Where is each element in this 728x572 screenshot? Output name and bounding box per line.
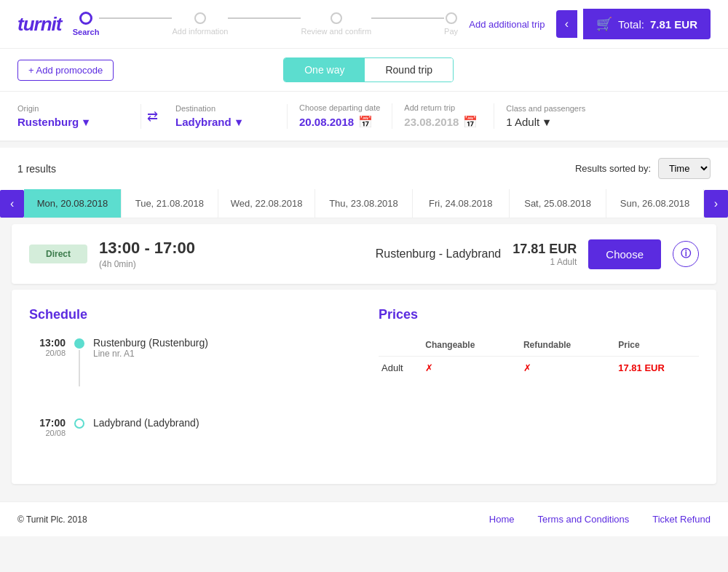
- swap-button[interactable]: ⇄: [141, 108, 164, 124]
- departing-calendar-icon[interactable]: 📅: [358, 115, 373, 129]
- toolbar: + Add promocode One way Round trip: [0, 49, 728, 92]
- step-line-1: [99, 17, 172, 19]
- step-circle-pay: [446, 12, 457, 24]
- add-trip-link[interactable]: Add additional trip: [469, 19, 545, 30]
- price-row-price: 17.81 EUR: [615, 357, 699, 380]
- class-label: Class and passengers: [506, 104, 599, 113]
- date-tab-1[interactable]: Tue, 21.08.2018: [122, 189, 218, 218]
- date-tab-3[interactable]: Thu, 23.08.2018: [315, 189, 412, 218]
- origin-value-wrapper: Rustenburg ▾: [17, 116, 129, 129]
- results-count: 1 results: [17, 163, 56, 175]
- round-trip-button[interactable]: Round trip: [365, 58, 453, 82]
- date-tab-0[interactable]: Mon, 20.08.2018: [24, 189, 121, 218]
- price-row-refundable: ✗: [521, 357, 615, 380]
- sched-date-1: 20/08: [45, 429, 66, 437]
- one-way-button[interactable]: One way: [284, 58, 365, 82]
- schedule-info-0: Rustenburg (Rustenburg) Line nr. A1: [93, 337, 208, 359]
- price-row-changeable: ✗: [422, 357, 521, 380]
- result-card: Direct 13:00 - 17:00 (4h 0min) Rustenbur…: [12, 224, 716, 284]
- choose-button[interactable]: Choose: [588, 239, 661, 269]
- return-date-field: Add return trip 23.08.2018 📅: [392, 103, 494, 129]
- schedule-time-0: 13:00 20/08: [29, 337, 66, 357]
- departing-label: Choose departing date: [299, 103, 380, 112]
- sched-time-1: 17:00: [39, 417, 66, 429]
- prices-title: Prices: [379, 307, 699, 322]
- price-row-type: Adult: [379, 357, 422, 380]
- cart-back-button[interactable]: ‹: [556, 10, 577, 38]
- results-header: 1 results Results sorted by: Time Price: [0, 148, 728, 189]
- detail-section: Schedule 13:00 20/08 Rustenburg (Rustenb…: [12, 290, 716, 484]
- destination-value: Ladybrand: [175, 116, 232, 128]
- sched-time-0: 13:00: [39, 337, 66, 349]
- footer-links: Home Terms and Conditions Ticket Refund: [489, 514, 711, 525]
- prices-row-0: Adult ✗ ✗ 17.81 EUR: [379, 357, 699, 380]
- logo: turnit: [17, 13, 61, 36]
- duration: (4h 0min): [99, 259, 347, 269]
- step-label-pay: Pay: [444, 27, 458, 36]
- sort-select[interactable]: Time Price: [658, 158, 711, 179]
- sort-label: Results sorted by:: [575, 163, 651, 174]
- destination-label: Destination: [175, 104, 275, 113]
- departing-value-wrapper: 20.08.2018 📅: [299, 115, 380, 129]
- return-value-wrapper: 23.08.2018 📅: [404, 115, 482, 129]
- step-search: Search: [73, 12, 100, 36]
- prices-section: Prices Changeable Refundable Price Adult: [379, 307, 699, 466]
- schedule-time-1: 17:00 20/08: [29, 417, 66, 437]
- origin-label: Origin: [17, 104, 129, 113]
- passengers-field: Class and passengers 1 Adult ▾: [494, 104, 611, 129]
- footer: © Turnit Plc. 2018 Home Terms and Condit…: [0, 501, 728, 536]
- prices-col-changeable: Changeable: [422, 337, 521, 357]
- destination-dropdown-icon[interactable]: ▾: [236, 116, 242, 129]
- footer-copyright: © Turnit Plc. 2018: [17, 515, 87, 525]
- origin-value: Rustenburg: [17, 116, 79, 128]
- return-label: Add return trip: [404, 103, 482, 112]
- date-tab-2[interactable]: Wed, 22.08.2018: [218, 189, 315, 218]
- info-button[interactable]: ⓘ: [673, 241, 699, 267]
- origin-dropdown-icon[interactable]: ▾: [83, 116, 89, 129]
- return-calendar-icon[interactable]: 📅: [463, 115, 478, 129]
- step-line-2: [228, 17, 301, 19]
- step-circle-add-info: [194, 12, 206, 24]
- departure-dot: [74, 338, 84, 349]
- sort-area: Results sorted by: Time Price: [575, 158, 711, 179]
- route-name: Rustenburg - Ladybrand: [376, 247, 502, 261]
- schedule-dot-area-1: [74, 417, 84, 429]
- cart-area: ‹ 🛒 Total: 7.81 EUR: [556, 9, 711, 39]
- arrival-dot: [74, 418, 84, 429]
- step-label-add-info: Add information: [172, 27, 228, 36]
- sched-date-0: 20/08: [45, 349, 66, 357]
- date-prev-button[interactable]: ‹: [0, 190, 24, 218]
- cart-total: 🛒 Total: 7.81 EUR: [583, 9, 711, 39]
- time-display: 13:00 - 17:00: [99, 239, 347, 258]
- detail-columns: Schedule 13:00 20/08 Rustenburg (Rustenb…: [29, 307, 699, 466]
- date-tab-5[interactable]: Sat, 25.08.2018: [510, 189, 606, 218]
- schedule-info-1: Ladybrand (Ladybrand): [93, 417, 199, 429]
- footer-home-link[interactable]: Home: [489, 514, 515, 525]
- schedule-line: [79, 350, 80, 386]
- direct-badge: Direct: [29, 245, 87, 263]
- footer-refund-link[interactable]: Ticket Refund: [652, 514, 711, 525]
- cart-total-value: 7.81 EUR: [650, 18, 697, 31]
- date-next-button[interactable]: ›: [704, 190, 728, 218]
- footer-terms-link[interactable]: Terms and Conditions: [538, 514, 630, 525]
- class-dropdown-icon[interactable]: ▾: [544, 116, 550, 129]
- step-label-search: Search: [73, 28, 100, 36]
- date-tab-6[interactable]: Sun, 26.08.2018: [606, 189, 703, 218]
- main-content: 1 results Results sorted by: Time Price …: [0, 148, 728, 496]
- class-value: 1 Adult: [506, 116, 539, 128]
- schedule-dot-area-0: [74, 337, 84, 388]
- step-pay: Pay: [444, 12, 458, 36]
- add-promocode-button[interactable]: + Add promocode: [17, 60, 114, 81]
- schedule-stop-1: 17:00 20/08 Ladybrand (Ladybrand): [29, 417, 349, 437]
- schedule-section: Schedule 13:00 20/08 Rustenburg (Rustenb…: [29, 307, 349, 466]
- step-review: Review and confirm: [301, 12, 371, 36]
- date-tab-4[interactable]: Fri, 24.08.2018: [413, 189, 510, 218]
- step-label-review: Review and confirm: [301, 27, 371, 36]
- destination-field: Destination Ladybrand ▾: [164, 104, 288, 129]
- step-circle-search: [79, 12, 92, 25]
- time-route: 13:00 - 17:00 (4h 0min): [99, 239, 347, 269]
- price-area: 17.81 EUR 1 Adult: [513, 242, 577, 267]
- progress-steps: Search Add information Review and confir…: [73, 12, 458, 36]
- station-name-0: Rustenburg (Rustenburg): [93, 337, 208, 349]
- prices-table: Changeable Refundable Price Adult ✗ ✗ 17…: [379, 337, 699, 379]
